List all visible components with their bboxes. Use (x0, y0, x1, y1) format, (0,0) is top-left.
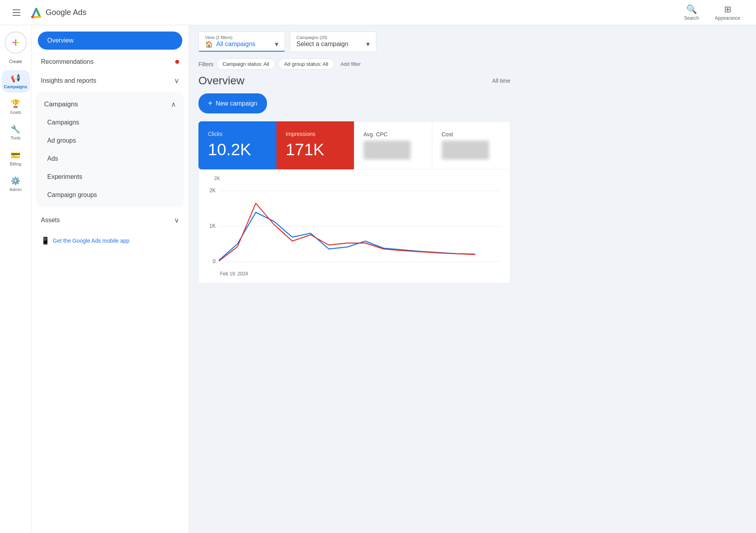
insights-label: Insights and reports (41, 77, 96, 84)
svg-point-2 (31, 16, 33, 18)
sidebar-item-billing[interactable]: 💳 Billing (2, 147, 30, 170)
svg-text:2K: 2K (209, 188, 216, 194)
view-dropdown-label: View (2 filters) (205, 35, 278, 40)
icon-nav: Create 📢 Campaigns 🏆 Goals 🔧 Tools 💳 Bil… (0, 25, 32, 533)
overview-section: Overview All time + New campaign Clicks … (189, 74, 520, 283)
recommendations-row[interactable]: Recommendations (32, 53, 189, 71)
chart-area: 2K 2K 1K 0 Feb 19, 2024 (198, 169, 510, 283)
campaign-dropdown-arrow-icon: ▾ (366, 40, 370, 48)
logo-area: Google Ads (30, 6, 86, 19)
filters-label: Filters (198, 61, 213, 67)
recommendations-label: Recommendations (41, 58, 93, 65)
chart-svg: 2K 1K 0 (208, 183, 500, 269)
submenu-item-experiments[interactable]: Experiments (36, 168, 184, 186)
submenu-item-adgroups[interactable]: Ad groups (36, 132, 184, 150)
google-ads-logo-icon (30, 6, 43, 19)
header-left: Google Ads (9, 6, 86, 19)
assets-section[interactable]: Assets ∨ (32, 210, 189, 230)
admin-icon: ⚙️ (11, 176, 20, 186)
overview-title: Overview (198, 74, 245, 87)
billing-icon: 💳 (11, 150, 20, 160)
new-campaign-button[interactable]: + New campaign (198, 93, 267, 113)
campaign-dropdown-label: Campaigns (20) (296, 35, 370, 40)
campaign-dropdown[interactable]: Campaigns (20) Select a campaign ▾ (290, 32, 376, 52)
chart-y-2k: 2K (208, 176, 220, 181)
campaigns-submenu: Campaigns ∧ Campaigns Ad groups Ads Expe… (36, 92, 184, 207)
metric-card-cost[interactable]: Cost (432, 121, 511, 169)
avg-cpc-value-blurred (363, 141, 411, 160)
impressions-label: Impressions (286, 131, 345, 137)
metric-card-avg-cpc[interactable]: Avg. CPC (354, 121, 432, 169)
campaigns-submenu-header[interactable]: Campaigns ∧ (36, 95, 184, 113)
sidebar-item-tools[interactable]: 🔧 Tools (2, 121, 30, 144)
tools-icon: 🔧 (11, 124, 20, 134)
notification-dot (175, 60, 179, 64)
submenu-item-campaign-groups[interactable]: Campaign groups (36, 186, 184, 204)
filters-row: Filters Campaign status: All Ad group st… (189, 55, 520, 74)
assets-chevron-icon: ∨ (174, 216, 179, 225)
view-dropdown[interactable]: View (2 filters) 🏠 All campaigns ▾ (198, 32, 285, 52)
campaigns-icon: 📢 (11, 73, 20, 83)
campaigns-chevron-icon: ∧ (171, 100, 176, 109)
create-label: Create (9, 59, 22, 64)
clicks-value: 10.2K (208, 140, 267, 159)
adgroup-status-filter[interactable]: Ad group status: All (278, 58, 334, 70)
hamburger-menu[interactable] (9, 6, 24, 19)
main-layout: Create 📢 Campaigns 🏆 Goals 🔧 Tools 💳 Bil… (0, 25, 520, 533)
campaign-dropdown-value: Select a campaign ▾ (296, 40, 370, 48)
plus-icon: + (208, 99, 213, 108)
view-dropdown-value: 🏠 All campaigns ▾ (205, 40, 278, 48)
assets-label: Assets (41, 217, 60, 224)
insights-chevron-icon: ∨ (174, 76, 179, 85)
create-button[interactable] (5, 32, 27, 54)
home-icon: 🏠 (205, 41, 213, 48)
logo-text: Google Ads (46, 8, 86, 17)
view-dropdown-arrow-icon: ▾ (275, 40, 278, 48)
submenu-item-campaigns[interactable]: Campaigns (36, 113, 184, 132)
cost-label: Cost (442, 131, 501, 137)
metrics-row: Clicks 10.2K Impressions 171K Avg. CPC C… (198, 121, 510, 169)
cost-value-blurred (442, 141, 489, 160)
svg-text:1K: 1K (209, 223, 216, 229)
overview-button[interactable]: Overview (38, 32, 182, 50)
sidebar-item-goals[interactable]: 🏆 Goals (2, 96, 30, 118)
avg-cpc-label: Avg. CPC (363, 131, 422, 137)
campaign-selector-bar: View (2 filters) 🏠 All campaigns ▾ Campa… (189, 25, 520, 55)
campaigns-submenu-title: Campaigns (44, 100, 78, 108)
chart-x-label: Feb 19, 2024 (208, 271, 500, 277)
goals-icon: 🏆 (11, 99, 20, 108)
main-content: View (2 filters) 🏠 All campaigns ▾ Campa… (189, 25, 520, 533)
insights-section-header[interactable]: Insights and reports ∨ (32, 71, 189, 91)
mobile-app-label: Get the Google Ads mobile app (53, 238, 130, 244)
mobile-app-link[interactable]: 📱 Get the Google Ads mobile app (32, 230, 189, 251)
impressions-value: 171K (286, 140, 345, 159)
clicks-label: Clicks (208, 131, 267, 137)
campaign-status-filter[interactable]: Campaign status: All (217, 58, 275, 70)
sidebar: Overview Recommendations Insights and re… (32, 25, 189, 533)
metric-card-clicks[interactable]: Clicks 10.2K (198, 121, 276, 169)
metric-card-impressions[interactable]: Impressions 171K (276, 121, 354, 169)
all-time-label: All time (492, 78, 510, 84)
submenu-item-ads[interactable]: Ads (36, 150, 184, 168)
top-header: Google Ads 🔍 Search ⊞ Appearance (0, 0, 520, 25)
sidebar-item-campaigns[interactable]: 📢 Campaigns (2, 70, 30, 93)
add-filter-button[interactable]: Add filter (337, 59, 364, 69)
overview-header: Overview All time (198, 74, 510, 87)
svg-text:0: 0 (213, 258, 215, 265)
mobile-icon: 📱 (41, 236, 50, 245)
sidebar-item-admin[interactable]: ⚙️ Admin (2, 173, 30, 195)
